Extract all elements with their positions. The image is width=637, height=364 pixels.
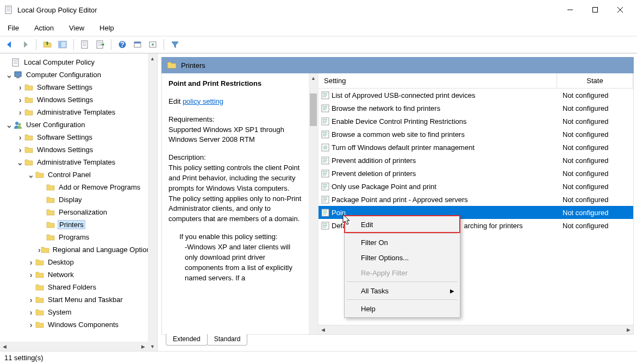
- menu-help[interactable]: Help: [97, 22, 116, 34]
- chevron-right-icon[interactable]: ›: [16, 96, 24, 104]
- edit-label: Edit: [168, 97, 180, 105]
- selected-setting-title: Point and Print Restrictions: [168, 79, 261, 87]
- maximize-button[interactable]: [583, 2, 608, 18]
- list-row[interactable]: Turn off Windows default printer managem…: [318, 141, 633, 154]
- tree-item[interactable]: Programs: [0, 231, 157, 243]
- scroll-left-icon[interactable]: ◀: [0, 342, 9, 351]
- tree-horizontal-scrollbar[interactable]: ◀ ▶: [0, 342, 148, 351]
- tree-item[interactable]: ›System: [0, 306, 157, 318]
- edit-policy-link[interactable]: policy setting: [183, 97, 223, 105]
- scroll-left-icon[interactable]: ◀: [318, 325, 328, 335]
- scroll-down-icon[interactable]: ▼: [148, 342, 157, 351]
- tree-item[interactable]: Add or Remove Programs: [0, 181, 157, 193]
- tree-item[interactable]: ›Software Settings: [0, 81, 157, 93]
- show-hide-tree-button[interactable]: [56, 38, 69, 51]
- refresh-button[interactable]: [131, 38, 144, 51]
- folder-icon: [35, 296, 45, 304]
- folder-icon: [35, 258, 45, 267]
- properties-button[interactable]: [78, 38, 91, 51]
- column-state[interactable]: State: [557, 73, 633, 88]
- setting-label: Prevent deletion of printers: [330, 170, 557, 178]
- tab-standard[interactable]: Standard: [207, 334, 248, 346]
- context-menu-item[interactable]: Filter Options...: [345, 250, 460, 265]
- list-row[interactable]: Browse a common web site to find printer…: [318, 128, 633, 141]
- context-menu-item[interactable]: Filter On: [345, 235, 460, 250]
- chevron-down-icon[interactable]: ⌄: [16, 158, 24, 167]
- menu-view[interactable]: View: [67, 22, 86, 34]
- tree-item[interactable]: Printers: [0, 218, 157, 231]
- requirements-text: Supported Windows XP SP1 through Windows…: [168, 125, 302, 146]
- setting-state: Not configured: [557, 222, 633, 230]
- column-setting[interactable]: Setting: [318, 73, 557, 88]
- list-row[interactable]: Enable Device Control Printing Restricti…: [318, 115, 633, 128]
- setting-state: Not configured: [557, 170, 633, 178]
- export-button[interactable]: [93, 38, 107, 51]
- up-button[interactable]: [41, 38, 54, 51]
- setting-label: Browse a common web site to find printer…: [330, 130, 557, 139]
- chevron-right-icon[interactable]: ›: [27, 258, 35, 267]
- tree-item[interactable]: ⌄User Configuration: [0, 118, 157, 131]
- list-horizontal-scrollbar[interactable]: ◀ ▶: [318, 325, 633, 334]
- chevron-right-icon[interactable]: ›: [27, 308, 35, 317]
- tree-item[interactable]: ⌄Administrative Templates: [0, 156, 157, 168]
- setting-label: Package Point and print - Approved serve…: [330, 196, 557, 204]
- svg-rect-20: [59, 41, 61, 48]
- tree-item[interactable]: ›Windows Settings: [0, 143, 157, 156]
- forward-button[interactable]: [18, 38, 32, 51]
- tree-item[interactable]: ›Windows Components: [0, 318, 157, 331]
- folder-icon: [46, 196, 55, 204]
- chevron-down-icon[interactable]: ⌄: [5, 121, 13, 129]
- tree-item[interactable]: ›Administrative Templates: [0, 106, 157, 118]
- list-row[interactable]: Browse the network to find printersNot c…: [318, 102, 633, 115]
- list-row[interactable]: Package Point and print - Approved serve…: [318, 193, 633, 206]
- minimize-button[interactable]: [558, 2, 583, 18]
- tree-item-label: Regional and Language Options: [52, 245, 155, 254]
- chevron-right-icon[interactable]: ›: [16, 108, 24, 117]
- tree-item[interactable]: ⌄Computer Configuration: [0, 68, 157, 81]
- list-row[interactable]: Prevent addition of printersNot configur…: [318, 154, 633, 167]
- chevron-right-icon[interactable]: ›: [27, 321, 35, 329]
- chevron-down-icon[interactable]: ⌄: [27, 171, 35, 179]
- tree-item-label: Printers: [58, 220, 85, 229]
- list-row[interactable]: Prevent deletion of printersNot configur…: [318, 167, 633, 180]
- desc-scrollbar[interactable]: ▲: [309, 73, 318, 334]
- tree-item[interactable]: ›Software Settings: [0, 131, 157, 143]
- back-button[interactable]: [3, 38, 16, 51]
- chevron-right-icon[interactable]: ›: [27, 296, 35, 304]
- tree-item[interactable]: ⌄Control Panel: [0, 168, 157, 181]
- tree-item[interactable]: Personalization: [0, 206, 157, 218]
- tree-item[interactable]: ›Regional and Language Options: [0, 243, 157, 256]
- list-row[interactable]: Only use Package Point and printNot conf…: [318, 180, 633, 193]
- scroll-right-icon[interactable]: ▶: [139, 342, 148, 351]
- tree-item[interactable]: ›Start Menu and Taskbar: [0, 293, 157, 306]
- scroll-up-icon[interactable]: ▲: [148, 54, 157, 63]
- view-tabs: Extended Standard: [161, 335, 634, 349]
- chevron-right-icon[interactable]: ›: [27, 271, 35, 279]
- tree-item[interactable]: Shared Folders: [0, 281, 157, 293]
- tree-item-label: Control Panel: [47, 170, 92, 179]
- context-menu-item[interactable]: Edit: [345, 217, 460, 232]
- chevron-right-icon[interactable]: ›: [16, 146, 24, 154]
- tab-extended[interactable]: Extended: [166, 334, 208, 346]
- chevron-down-icon[interactable]: ⌄: [5, 71, 13, 79]
- menu-file[interactable]: File: [5, 22, 21, 34]
- setting-label: Turn off Windows default printer managem…: [330, 143, 557, 152]
- tree-item[interactable]: ›Desktop: [0, 256, 157, 268]
- close-button[interactable]: [608, 2, 633, 18]
- tree-item[interactable]: ›Network: [0, 268, 157, 281]
- tree-item[interactable]: Local Computer Policy: [0, 56, 157, 68]
- filter-button[interactable]: [168, 38, 182, 51]
- context-menu-item[interactable]: Help: [345, 301, 460, 316]
- scroll-right-icon[interactable]: ▶: [624, 325, 633, 335]
- tree-vertical-scrollbar[interactable]: ▲ ▼: [148, 54, 157, 351]
- tree-item[interactable]: ›Windows Settings: [0, 93, 157, 106]
- menu-action[interactable]: Action: [32, 22, 56, 34]
- help-button[interactable]: ?: [116, 38, 129, 51]
- chevron-right-icon[interactable]: ›: [16, 133, 24, 142]
- context-menu-item[interactable]: All Tasks▶: [345, 283, 460, 298]
- setting-label: Prevent addition of printers: [330, 156, 557, 165]
- settings-button[interactable]: [146, 38, 159, 51]
- list-row[interactable]: List of Approved USB-connected print dev…: [318, 89, 633, 102]
- tree-item[interactable]: Display: [0, 193, 157, 206]
- chevron-right-icon[interactable]: ›: [16, 83, 24, 92]
